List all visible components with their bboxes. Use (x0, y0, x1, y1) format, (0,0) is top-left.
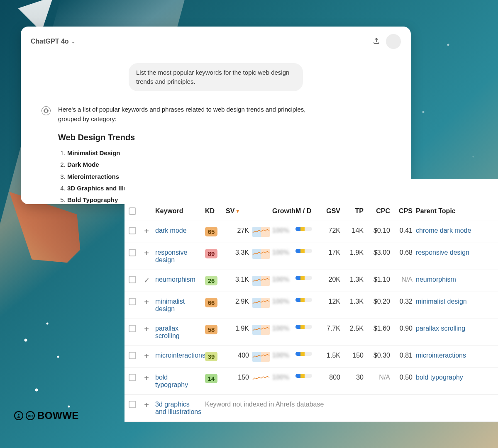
col-parent[interactable]: Parent Topic (414, 207, 496, 215)
chat-window: ChatGPT 4o ⌄ List the most popular keywo… (21, 27, 411, 204)
kd-badge: 65 (205, 227, 217, 236)
table-row: +microinteractions39400100%1.5K150$0.300… (124, 346, 498, 368)
row-checkbox[interactable] (129, 227, 136, 234)
background-sparkles (4, 257, 112, 423)
gsv-value: 12K (318, 298, 342, 305)
keyword-link[interactable]: parallax scrolling (155, 325, 180, 339)
parent-topic-link[interactable]: responsive design (416, 249, 469, 256)
share-icon[interactable] (373, 37, 380, 46)
row-checkbox[interactable] (129, 374, 136, 381)
add-button[interactable]: + (139, 325, 154, 333)
avatar[interactable] (386, 34, 401, 49)
cpc-value: $1.60 (365, 325, 392, 332)
sparkline-icon (252, 249, 270, 259)
row-checkbox[interactable] (129, 298, 136, 305)
row-checkbox[interactable] (129, 249, 136, 256)
cpc-value: N/A (365, 374, 392, 381)
growth-value: 100% (271, 352, 294, 359)
keyword-link[interactable]: 3d graphics and illustrations (155, 401, 201, 415)
sv-value: 1.9K (224, 325, 251, 332)
cps-value: 0.68 (392, 249, 414, 256)
col-keyword[interactable]: Keyword (154, 207, 203, 215)
add-button[interactable]: + (139, 249, 154, 257)
col-md[interactable]: M / D (294, 207, 318, 215)
row-checkbox[interactable] (129, 325, 136, 332)
md-bar (295, 374, 312, 378)
growth-value: 100% (271, 298, 294, 305)
sv-value: 400 (224, 352, 251, 359)
keyword-link[interactable]: microinteractions (155, 352, 205, 359)
table-row: +responsive design893.3K100%17K1.9K$3.00… (124, 243, 498, 270)
parent-topic-link[interactable]: chrome dark mode (416, 227, 471, 234)
md-bar (295, 249, 312, 253)
keyword-link[interactable]: minimalist design (155, 298, 185, 312)
parent-topic-link[interactable]: parallax scrolling (416, 325, 465, 332)
parent-topic-link[interactable]: minimalist design (416, 298, 467, 305)
parent-topic-link[interactable]: bold typography (416, 374, 463, 381)
kd-badge: 39 (205, 352, 217, 361)
cps-value: 0.81 (392, 352, 414, 359)
col-growth[interactable]: Growth (271, 207, 294, 215)
add-button[interactable]: + (139, 227, 154, 235)
watermark-text: BOWWE (37, 410, 79, 421)
chat-actions (373, 34, 401, 49)
user-message-bubble: List the most popular keywords for the t… (129, 63, 303, 91)
cps-value: 0.32 (392, 298, 414, 305)
add-button[interactable]: + (139, 352, 154, 360)
growth-value: 100% (271, 249, 294, 256)
not-indexed-message: Keyword not indexed in Ahrefs database (203, 401, 496, 408)
col-sv[interactable]: SV ▼ (224, 207, 251, 215)
table-header-row: Keyword KD SV ▼ Growth M / D GSV TP CPC … (124, 179, 498, 221)
growth-value: 100% (271, 276, 294, 283)
add-button[interactable]: + (139, 298, 154, 306)
add-button[interactable]: + (139, 401, 154, 409)
sv-value: 3.1K (224, 276, 251, 283)
cpc-value: $3.00 (365, 249, 392, 256)
sv-value: 2.9K (224, 298, 251, 305)
keyword-link[interactable]: responsive design (155, 249, 187, 263)
tp-value: 2.5K (342, 325, 365, 332)
sparkline-icon (252, 352, 270, 362)
model-selector[interactable]: ChatGPT 4o ⌄ (31, 38, 75, 45)
col-cps[interactable]: CPS (392, 207, 414, 215)
section-heading: Web Design Trends (58, 131, 311, 144)
sv-value: 27K (224, 227, 251, 234)
trend-item: Dark Mode (67, 160, 311, 169)
gsv-value: 1.5K (318, 352, 342, 359)
kd-badge: 14 (205, 374, 217, 383)
col-cpc[interactable]: CPC (365, 207, 392, 215)
watermark: cc BOWWE (14, 410, 79, 421)
col-gsv[interactable]: GSV (318, 207, 342, 215)
row-checkbox[interactable] (129, 401, 136, 408)
growth-value: 100% (271, 374, 294, 381)
table-row: +bold typography14150100%80030N/A0.50bol… (124, 368, 498, 395)
col-kd[interactable]: KD (203, 207, 224, 215)
row-checkbox[interactable] (129, 352, 136, 359)
assistant-logo-icon (42, 106, 51, 115)
add-button[interactable]: + (139, 374, 154, 382)
select-all-checkbox[interactable] (129, 207, 136, 215)
growth-value: 100% (271, 325, 294, 332)
parent-topic-link[interactable]: microinteractions (416, 352, 466, 359)
tp-value: 1.3K (342, 276, 365, 283)
tp-value: 1.9K (342, 249, 365, 256)
col-tp[interactable]: TP (342, 207, 365, 215)
cc-icon: cc (26, 411, 35, 420)
md-bar (295, 227, 312, 231)
row-checkbox[interactable] (129, 276, 136, 283)
sort-desc-icon: ▼ (235, 209, 240, 214)
md-bar (295, 298, 312, 302)
keyword-link[interactable]: neumorphism (155, 276, 195, 283)
keyword-link[interactable]: bold typography (155, 374, 188, 388)
cpc-value: $1.10 (365, 276, 392, 283)
keyword-link[interactable]: dark mode (155, 227, 187, 234)
check-icon[interactable]: ✓ (139, 276, 154, 285)
parent-topic-link[interactable]: neumorphism (416, 276, 456, 283)
cc-person-icon (14, 411, 23, 420)
gsv-value: 800 (318, 374, 342, 381)
cpc-value: $0.30 (365, 352, 392, 359)
model-label: ChatGPT 4o (31, 38, 69, 45)
tp-value: 30 (342, 374, 365, 381)
gsv-value: 72K (318, 227, 342, 234)
user-message-text: List the most popular keywords for the t… (136, 69, 289, 85)
